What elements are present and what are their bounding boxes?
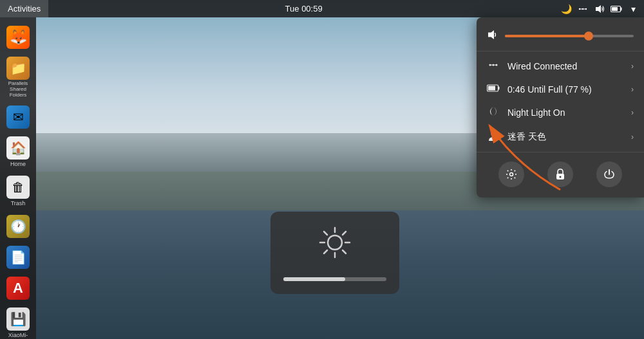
power-button[interactable] [596, 161, 622, 187]
datetime-display[interactable]: Tue 00:59 [280, 0, 328, 17]
separator-1 [477, 51, 644, 51]
topbar-center: Tue 00:59 [48, 0, 559, 17]
svg-point-10 [489, 64, 491, 66]
network-arrow: › [631, 62, 634, 71]
svg-line-30 [324, 250, 327, 253]
store-icon: A [6, 277, 30, 300]
system-menu-popup: Wired Connected › 0:46 Until Full (77 %)… [477, 17, 644, 197]
system-menu-icon[interactable]: ▾ [626, 0, 640, 17]
battery-arrow: › [631, 85, 634, 94]
trash-icon: 🗑 [6, 176, 30, 199]
svg-rect-7 [621, 7, 622, 10]
network-menu-icon [487, 59, 500, 73]
dock-item-home[interactable]: 🏠 Home [3, 134, 33, 170]
dock-item-firefox[interactable]: 🦊 [3, 24, 33, 51]
svg-line-28 [343, 250, 346, 253]
usb-icon: 💾 [6, 307, 30, 331]
brightness-sun-icon [317, 224, 353, 268]
svg-point-18 [491, 132, 496, 136]
folders-icon: 📁 [6, 57, 30, 80]
network-icon[interactable] [576, 0, 590, 17]
svg-rect-16 [498, 87, 500, 90]
user-arrow: › [631, 133, 634, 142]
nightlight-label: Night Light On [507, 107, 623, 118]
home-icon: 🏠 [6, 136, 30, 160]
menu-actions [477, 155, 644, 191]
svg-line-27 [324, 232, 327, 235]
svg-rect-17 [488, 86, 495, 91]
firefox-icon: 🦊 [6, 26, 30, 49]
volume-thumb[interactable] [584, 32, 593, 41]
volume-slider[interactable] [505, 35, 634, 37]
dock-item-trash[interactable]: 🗑 Trash [3, 174, 33, 209]
svg-line-29 [343, 232, 346, 235]
brightness-bar [283, 277, 386, 281]
svg-point-21 [560, 176, 562, 178]
svg-point-22 [328, 235, 342, 250]
menu-item-network[interactable]: Wired Connected › [477, 54, 644, 78]
desktop: Activities Tue 00:59 🌙 [0, 0, 644, 339]
svg-point-1 [582, 8, 583, 9]
nightlight-menu-icon [487, 105, 500, 120]
svg-point-11 [493, 64, 495, 66]
nightlight-arrow: › [631, 108, 634, 117]
dock-label-usb: XiaoMi-usb0 [8, 332, 28, 339]
svg-point-0 [579, 8, 580, 9]
svg-marker-9 [488, 30, 494, 39]
battery-menu-icon [487, 84, 500, 95]
brightness-osd [270, 212, 399, 294]
volume-button[interactable] [487, 29, 498, 43]
battery-icon[interactable] [609, 0, 623, 17]
email-icon: ✉ [6, 105, 30, 129]
files-icon: 📄 [6, 246, 30, 269]
menu-item-user[interactable]: 迷香 天色 › [477, 125, 644, 149]
dock-item-folders[interactable]: 📁 ParallelsSharedFolders [3, 55, 33, 100]
topbar: Activities Tue 00:59 🌙 [0, 0, 644, 17]
svg-point-2 [585, 8, 587, 9]
separator-2 [477, 152, 644, 152]
dock-label-trash: Trash [11, 200, 26, 207]
menu-item-nightlight[interactable]: Night Light On › [477, 100, 644, 125]
svg-point-19 [510, 173, 513, 176]
user-menu-icon [487, 130, 500, 144]
topbar-right: 🌙 [559, 0, 644, 17]
user-label: 迷香 天色 [507, 131, 623, 143]
clock-icon: 🕐 [6, 215, 30, 238]
moon-icon[interactable]: 🌙 [559, 0, 573, 17]
dock-item-usb[interactable]: 💾 XiaoMi-usb0 [3, 306, 33, 339]
dock-item-clock[interactable]: 🕐 [3, 213, 33, 240]
dock: 🦊 📁 ParallelsSharedFolders ✉ 🏠 Home 🗑 T [0, 17, 36, 339]
volume-fill [505, 35, 589, 37]
dock-label-folders: ParallelsSharedFolders [8, 81, 28, 98]
settings-button[interactable] [498, 161, 524, 187]
lock-button[interactable] [547, 161, 573, 187]
network-label: Wired Connected [507, 61, 623, 71]
brightness-fill [283, 277, 345, 281]
dock-item-email[interactable]: ✉ [3, 104, 33, 131]
dock-label-home: Home [10, 161, 26, 168]
battery-label: 0:46 Until Full (77 %) [507, 84, 623, 95]
volume-icon[interactable] [592, 0, 607, 17]
svg-rect-8 [612, 7, 618, 11]
svg-point-12 [496, 64, 498, 66]
dock-item-store[interactable]: A [3, 275, 33, 302]
menu-item-battery[interactable]: 0:46 Until Full (77 %) › [477, 78, 644, 100]
svg-marker-5 [596, 5, 601, 13]
activities-button[interactable]: Activities [0, 0, 48, 17]
dock-item-files[interactable]: 📄 [3, 244, 33, 271]
volume-row [477, 24, 644, 48]
activities-label: Activities [8, 4, 41, 14]
